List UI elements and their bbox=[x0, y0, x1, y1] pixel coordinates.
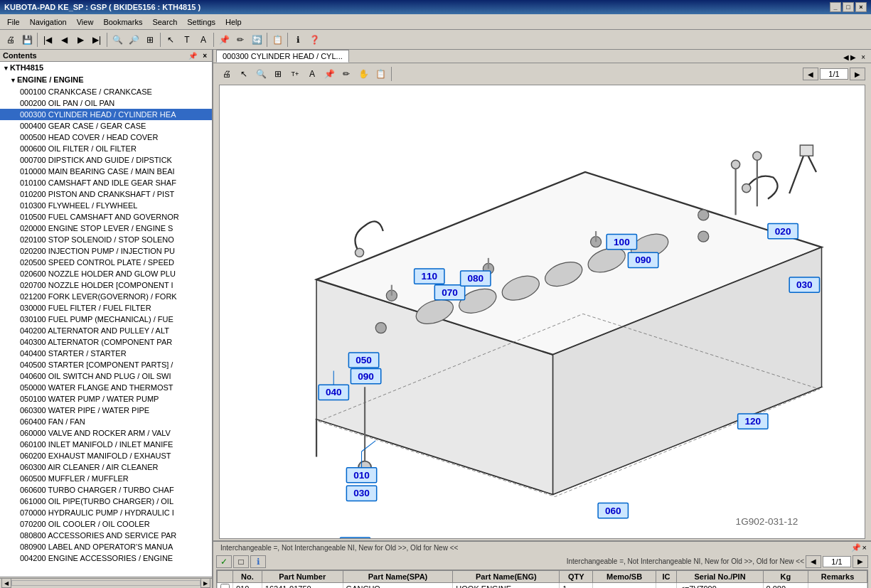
menu-settings[interactable]: Settings bbox=[183, 16, 220, 28]
close-window-button[interactable]: × bbox=[855, 2, 867, 12]
bottom-pin-button[interactable]: 📌 bbox=[851, 543, 861, 552]
tree-item-020200[interactable]: 020200 INJECTION PUMP / INJECTION PU bbox=[0, 245, 212, 257]
toolbar-first[interactable]: |◀ bbox=[40, 32, 55, 48]
tree-item-060400[interactable]: 060400 FAN / FAN bbox=[0, 416, 212, 427]
tree-item-020600[interactable]: 020600 NOZZLE HOLDER AND GLOW PLU bbox=[0, 268, 212, 279]
tree-item-080900[interactable]: 080900 LABEL AND OPERATOR'S MANUA bbox=[0, 541, 212, 552]
tree-item-070000[interactable]: 070000 HYDRAULIC PUMP / HYDRAULIC I bbox=[0, 507, 212, 518]
toolbar-copy[interactable]: 📋 bbox=[269, 32, 285, 48]
tree-item-010200[interactable]: 010200 PISTON AND CRANKSHAFT / PIST bbox=[0, 188, 212, 200]
tree-container[interactable]: ▼KTH4815▼ENGINE / ENGINE000100 CRANKCASE… bbox=[0, 62, 212, 577]
tree-item-060300[interactable]: 060300 WATER PIPE / WATER PIPE bbox=[0, 405, 212, 416]
tree-item-000700[interactable]: 000700 DIPSTICK AND GUIDE / DIPSTICK bbox=[0, 154, 212, 166]
tree-item-060100[interactable]: 060100 INLET MANIFOLD / INLET MANIFE bbox=[0, 439, 212, 450]
tree-item-070200[interactable]: 070200 OIL COOLER / OIL COOLER bbox=[0, 518, 212, 530]
toolbar-info[interactable]: ℹ bbox=[290, 32, 306, 48]
minimize-button[interactable]: _ bbox=[830, 2, 841, 12]
scroll-right-button[interactable]: ▶ bbox=[201, 578, 210, 588]
toolbar-zoom-out[interactable]: 🔎 bbox=[126, 32, 141, 48]
tree-item-040300[interactable]: 040300 ALTERNATOR (COMPONENT PAR bbox=[0, 336, 212, 348]
tree-item-040500[interactable]: 040500 STARTER [COMPONENT PARTS] / bbox=[0, 359, 212, 370]
tree-item-060600[interactable]: 060600 TURBO CHARGER / TURBO CHAF bbox=[0, 484, 212, 496]
toolbar-last[interactable]: ▶| bbox=[89, 32, 105, 48]
diagram-bookmark-button[interactable]: 📌 bbox=[321, 66, 337, 82]
tab-nav-right[interactable]: ▶ bbox=[850, 53, 856, 61]
tree-item-080800[interactable]: 080800 ACCESSORIES AND SERVICE PAR bbox=[0, 530, 212, 541]
tree-item-061000[interactable]: 061000 OIL PIPE(TURBO CHARGER) / OIL bbox=[0, 496, 212, 507]
tree-item-000100[interactable]: 000100 CRANKCASE / CRANKCASE bbox=[0, 86, 212, 97]
tree-item-040600[interactable]: 040600 OIL SWITCH AND PLUG / OIL SWI bbox=[0, 370, 212, 382]
menu-help[interactable]: Help bbox=[221, 16, 246, 28]
tree-item-010500[interactable]: 010500 FUEL CAMSHAFT AND GOVERNOR bbox=[0, 211, 212, 223]
menu-file[interactable]: File bbox=[3, 16, 24, 28]
horizontal-scrollbar[interactable]: ◀ ▶ bbox=[0, 577, 212, 588]
tree-item-000400[interactable]: 000400 GEAR CASE / GEAR CASE bbox=[0, 120, 212, 132]
tree-item-030000[interactable]: 030000 FUEL FILTER / FUEL FILTER bbox=[0, 302, 212, 314]
contents-close-button[interactable]: × bbox=[201, 52, 209, 60]
toolbar-next[interactable]: ▶ bbox=[73, 32, 88, 48]
tab-nav-left[interactable]: ◀ bbox=[843, 53, 849, 61]
tree-item-kth4815[interactable]: ▼KTH4815 bbox=[0, 62, 212, 74]
menu-navigation[interactable]: Navigation bbox=[26, 16, 71, 28]
menu-bookmarks[interactable]: Bookmarks bbox=[99, 16, 146, 28]
tree-item-060300b[interactable]: 060300 AIR CLEANER / AIR CLEANER bbox=[0, 461, 212, 473]
maximize-button[interactable]: □ bbox=[843, 2, 854, 12]
scroll-left-button[interactable]: ◀ bbox=[1, 578, 11, 588]
tree-item-020000[interactable]: 020000 ENGINE STOP LEVER / ENGINE S bbox=[0, 223, 212, 234]
tree-item-010000[interactable]: 010000 MAIN BEARING CASE / MAIN BEAI bbox=[0, 166, 212, 177]
toolbar-bookmark[interactable]: 📌 bbox=[216, 32, 232, 48]
toolbar-refresh[interactable]: 🔄 bbox=[249, 32, 264, 48]
toolbar-text[interactable]: T bbox=[179, 32, 195, 48]
tree-item-000300[interactable]: 000300 CYLINDER HEAD / CYLINDER HEA bbox=[0, 109, 212, 120]
tab-cylinder-head[interactable]: 000300 CYLINDER HEAD / CYL... bbox=[216, 50, 349, 63]
diagram-next-page[interactable]: ▶ bbox=[850, 68, 865, 80]
menu-search[interactable]: Search bbox=[148, 16, 181, 28]
diagram-marker-button[interactable]: ✏ bbox=[338, 66, 354, 82]
diagram-copy-button[interactable]: 📋 bbox=[373, 66, 388, 82]
tree-item-010100[interactable]: 010100 CAMSHAFT AND IDLE GEAR SHAF bbox=[0, 177, 212, 188]
tree-item-020100[interactable]: 020100 STOP SOLENOID / STOP SOLENO bbox=[0, 234, 212, 245]
parts-info-button[interactable]: ℹ bbox=[250, 555, 266, 568]
parts-clear-button[interactable]: □ bbox=[233, 555, 249, 568]
diagram-zoom-button[interactable]: 🔍 bbox=[253, 66, 269, 82]
bottom-close-button[interactable]: × bbox=[862, 543, 867, 552]
tree-item-000600[interactable]: 000600 OIL FILTER / OIL FILTER bbox=[0, 143, 212, 154]
tree-item-060000[interactable]: 060000 VALVE AND ROCKER ARM / VALV bbox=[0, 427, 212, 439]
toolbar-fit[interactable]: ⊞ bbox=[142, 32, 158, 48]
toolbar-edit[interactable]: ✏ bbox=[233, 32, 248, 48]
diagram-zoom-in-button[interactable]: T+ bbox=[287, 66, 303, 82]
diagram-move-button[interactable]: ✋ bbox=[356, 66, 371, 82]
toolbar-save[interactable]: 💾 bbox=[19, 32, 35, 48]
tree-item-engine[interactable]: ▼ENGINE / ENGINE bbox=[0, 74, 212, 86]
contents-pin-button[interactable]: 📌 bbox=[186, 52, 199, 60]
tree-item-050000[interactable]: 050000 WATER FLANGE AND THERMOST bbox=[0, 382, 212, 393]
toolbar-zoom-in[interactable]: 🔍 bbox=[109, 32, 125, 48]
table-row[interactable]: 010 16241-01750 GANCHO HOOK,ENGINE 1 <=7… bbox=[218, 582, 867, 588]
diagram-prev-page[interactable]: ◀ bbox=[803, 68, 818, 80]
tree-item-020500[interactable]: 020500 SPEED CONTROL PLATE / SPEED bbox=[0, 257, 212, 268]
tree-item-010300[interactable]: 010300 FLYWHEEL / FLYWHEEL bbox=[0, 200, 212, 211]
toolbar-print[interactable]: 🖨 bbox=[3, 32, 18, 48]
tree-item-021200[interactable]: 021200 FORK LEVER(GOVERNOR) / FORK bbox=[0, 291, 212, 302]
tree-item-020700[interactable]: 020700 NOZZLE HOLDER [COMPONENT I bbox=[0, 279, 212, 291]
tree-item-060500[interactable]: 060500 MUFFLER / MUFFLER bbox=[0, 473, 212, 484]
toolbar-select[interactable]: ↖ bbox=[163, 32, 178, 48]
tree-item-040400[interactable]: 040400 STARTER / STARTER bbox=[0, 348, 212, 359]
tree-item-040200[interactable]: 040200 ALTERNATOR AND PULLEY / ALT bbox=[0, 325, 212, 336]
parts-table-container[interactable]: No. Part Number Part Name(SPA) Part Name… bbox=[216, 570, 868, 588]
diagram-text-button[interactable]: A bbox=[304, 66, 320, 82]
tree-item-000200[interactable]: 000200 OIL PAN / OIL PAN bbox=[0, 97, 212, 109]
diagram-print-button[interactable]: 🖨 bbox=[219, 66, 235, 82]
diagram-select-button[interactable]: ↖ bbox=[236, 66, 252, 82]
tree-item-030100[interactable]: 030100 FUEL PUMP (MECHANICAL) / FUE bbox=[0, 314, 212, 325]
diagram-fit-button[interactable]: ⊞ bbox=[270, 66, 286, 82]
tree-item-004200[interactable]: 004200 ENGINE ACCESSORIES / ENGINE bbox=[0, 552, 212, 564]
parts-next-page[interactable]: ▶ bbox=[853, 555, 868, 568]
tab-close-button[interactable]: × bbox=[861, 53, 865, 61]
toolbar-help[interactable]: ❓ bbox=[306, 32, 322, 48]
menu-view[interactable]: View bbox=[73, 16, 98, 28]
tree-item-050100[interactable]: 050100 WATER PUMP / WATER PUMP bbox=[0, 393, 212, 405]
tree-item-000500[interactable]: 000500 HEAD COVER / HEAD COVER bbox=[0, 132, 212, 143]
row-checkbox[interactable] bbox=[220, 584, 230, 588]
toolbar-prev[interactable]: ◀ bbox=[56, 32, 72, 48]
